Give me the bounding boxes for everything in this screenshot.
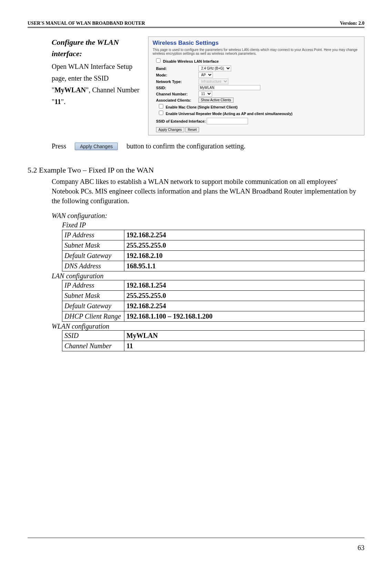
wireless-settings-panel: Wireless Basic Settings This page is use… <box>148 37 364 135</box>
disable-wireless-row: Disable Wireless LAN Interface <box>156 58 360 63</box>
lan-key: Default Gateway <box>62 301 124 311</box>
wan-config-table: IP Address192.168.2.254 Subnet Mask255.2… <box>62 230 364 271</box>
network-type-label: Network Type: <box>156 80 196 84</box>
assoc-clients-label: Associated Clients: <box>156 98 196 102</box>
mode-select[interactable]: AP <box>198 72 213 78</box>
configure-body: Open WLAN Interface Setup page, enter th… <box>52 61 141 107</box>
ssid-input[interactable] <box>198 85 260 90</box>
press-row: Press Apply Changes button to confirm th… <box>52 142 364 150</box>
wlan-config-label: WLAN configuration <box>52 322 364 330</box>
mac-clone-row: Enable Mac Clone (Single Ethernet Client… <box>159 104 360 109</box>
ssid-extended-row: SSID of Extended Interface: <box>156 118 360 124</box>
table-row: DNS Address168.95.1.1 <box>62 261 364 271</box>
lan-config-table: IP Address192.168.1.254 Subnet Mask255.2… <box>62 280 364 322</box>
ssid-extended-input[interactable] <box>207 118 248 124</box>
channel-select[interactable]: 11 <box>198 91 212 97</box>
wlan-value: 11 <box>124 341 364 351</box>
fixed-ip-label: Fixed IP <box>62 221 364 229</box>
table-row: Subnet Mask255.255.255.0 <box>62 291 364 301</box>
table-row: Default Gateway192.168.2.10 <box>62 251 364 261</box>
footer-separator <box>28 538 364 538</box>
mac-clone-checkbox[interactable] <box>159 104 163 108</box>
document-header: USER'S MANUAL OF WLAN BROADBAND ROUTER V… <box>28 21 364 28</box>
lan-value: 192.168.1.100 – 192.168.1.200 <box>124 311 364 322</box>
press-after-text: button to confirm the configuration sett… <box>126 142 246 150</box>
wlan-value: MyWLAN <box>124 331 364 341</box>
wan-key: IP Address <box>62 230 124 240</box>
section-5-2-heading: 5.2 Example Two – Fixed IP on the WAN <box>28 166 364 175</box>
mac-clone-label: Enable Mac Clone (Single Ethernet Client… <box>166 105 238 109</box>
apply-changes-button[interactable]: Apply Changes <box>75 143 118 150</box>
assoc-clients-row: Associated Clients: Show Active Clients <box>156 97 360 103</box>
lan-key: DHCP Client Range <box>62 311 124 322</box>
ssid-label: SSID: <box>156 86 196 90</box>
wan-value: 192.168.2.10 <box>124 251 364 261</box>
disable-wireless-label: Disable Wireless LAN Interface <box>163 59 219 63</box>
wlan-key: SSID <box>62 331 124 341</box>
channel-row: Channel Number: 11 <box>156 91 360 97</box>
table-row: DHCP Client Range192.168.1.100 – 192.168… <box>62 311 364 322</box>
lan-value: 192.168.2.254 <box>124 301 364 311</box>
section-5-2-body: Company ABC likes to establish a WLAN ne… <box>52 177 364 206</box>
panel-reset-button[interactable]: Reset <box>185 127 199 132</box>
mode-row: Mode: AP <box>156 72 360 78</box>
configure-title: Configure the WLAN interface: <box>52 37 141 59</box>
band-row: Band: 2.4 GHz (B+G) <box>156 65 360 71</box>
lan-config-label: LAN configuration <box>52 272 364 280</box>
panel-title: Wireless Basic Settings <box>153 40 360 46</box>
network-type-select: Infrastructure <box>198 79 228 84</box>
panel-button-row: Apply Changes Reset <box>156 127 360 132</box>
wlan-key: Channel Number <box>62 341 124 351</box>
lan-key: IP Address <box>62 280 124 291</box>
configure-text-block: Configure the WLAN interface: Open WLAN … <box>52 37 141 135</box>
header-title: USER'S MANUAL OF WLAN BROADBAND ROUTER <box>28 21 145 26</box>
lan-value: 192.168.1.254 <box>124 280 364 291</box>
lan-value: 255.255.255.0 <box>124 291 364 301</box>
band-label: Band: <box>156 66 196 71</box>
network-type-row: Network Type: Infrastructure <box>156 79 360 84</box>
lan-key: Subnet Mask <box>62 291 124 301</box>
panel-apply-changes-button[interactable]: Apply Changes <box>156 127 184 132</box>
wan-value: 168.95.1.1 <box>124 261 364 271</box>
wan-config-label: WAN configuration: <box>52 212 364 220</box>
header-version: Version: 2.0 <box>340 21 364 26</box>
mode-label: Mode: <box>156 73 196 77</box>
wlan-config-table: SSIDMyWLAN Channel Number11 <box>62 330 364 351</box>
channel-label: Channel Number: <box>156 92 196 96</box>
table-row: Default Gateway192.168.2.254 <box>62 301 364 311</box>
wan-key: Subnet Mask <box>62 240 124 251</box>
configure-channel: 11 <box>54 98 61 105</box>
table-row: SSIDMyWLAN <box>62 331 364 341</box>
show-active-clients-button[interactable]: Show Active Clients <box>198 97 234 103</box>
configure-wlan-section: Configure the WLAN interface: Open WLAN … <box>52 37 364 135</box>
table-row: IP Address192.168.1.254 <box>62 280 364 291</box>
table-row: Subnet Mask255.255.255.0 <box>62 240 364 251</box>
band-select[interactable]: 2.4 GHz (B+G) <box>198 65 231 71</box>
table-row: IP Address192.168.2.254 <box>62 230 364 240</box>
panel-description: This page is used to configure the param… <box>153 48 360 55</box>
configure-ssid: MyWLAN <box>54 86 86 94</box>
ssid-extended-label: SSID of Extended Interface: <box>156 119 206 123</box>
press-text: Press <box>52 142 66 150</box>
wan-value: 255.255.255.0 <box>124 240 364 251</box>
disable-wireless-checkbox[interactable] <box>156 58 161 63</box>
page-number: 63 <box>358 544 364 552</box>
repeater-row: Enable Universal Repeater Mode (Acting a… <box>159 111 360 116</box>
repeater-checkbox[interactable] <box>159 111 163 115</box>
wan-key: DNS Address <box>62 261 124 271</box>
table-row: Channel Number11 <box>62 341 364 351</box>
wan-value: 192.168.2.254 <box>124 230 364 240</box>
repeater-label: Enable Universal Repeater Mode (Acting a… <box>166 112 292 116</box>
wan-key: Default Gateway <box>62 251 124 261</box>
configure-body-suffix: ". <box>61 98 65 105</box>
ssid-row: SSID: <box>156 85 360 90</box>
